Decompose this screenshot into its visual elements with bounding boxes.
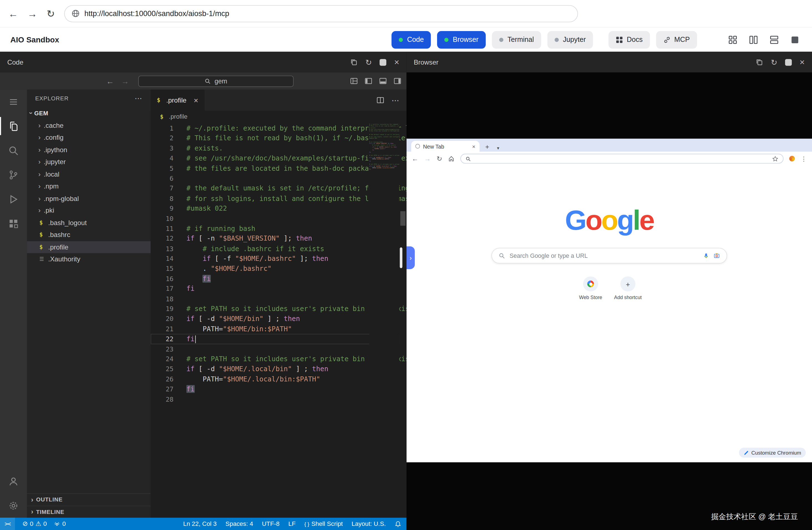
- explorer-root-folder[interactable]: › GEM: [27, 107, 150, 119]
- keyboard-layout[interactable]: Layout: U.S.: [352, 520, 386, 528]
- menu-icon[interactable]: [0, 90, 27, 114]
- forward-icon[interactable]: →: [27, 9, 37, 18]
- image-search-camera-icon[interactable]: [713, 253, 720, 259]
- editor-scrollbar[interactable]: [399, 122, 407, 518]
- editor-forward-icon[interactable]: →: [121, 76, 129, 85]
- home-icon[interactable]: [448, 155, 454, 162]
- maximize-icon[interactable]: [380, 59, 386, 65]
- shortcut-add-shortcut[interactable]: +Add shortcut: [611, 277, 645, 300]
- eol[interactable]: LF: [288, 520, 295, 528]
- language-mode[interactable]: { } Shell Script: [304, 520, 343, 528]
- command-center-search[interactable]: gem: [139, 75, 294, 87]
- run-debug-icon[interactable]: [0, 187, 27, 211]
- back-icon[interactable]: ←: [412, 155, 419, 162]
- explorer-folder-ipython[interactable]: ›.ipython: [27, 144, 150, 156]
- header-button-jupyter[interactable]: Jupyter: [548, 31, 593, 48]
- layout-single-button[interactable]: [788, 33, 802, 47]
- reload-icon[interactable]: ↻: [436, 155, 442, 162]
- ports-indicator[interactable]: 0: [54, 520, 66, 528]
- workspace-search-text: gem: [215, 77, 227, 85]
- timeline-section[interactable]: ›TIMELINE: [27, 505, 150, 517]
- tab-search-chevron-icon[interactable]: ▾: [497, 146, 499, 151]
- explorer-folder-jupyter[interactable]: ›.jupyter: [27, 156, 150, 168]
- explorer-folder-cache[interactable]: ›.cache: [27, 119, 150, 131]
- header-button-code[interactable]: Code: [392, 31, 431, 48]
- voice-search-mic-icon[interactable]: [703, 253, 709, 259]
- refresh-icon[interactable]: ↻: [365, 58, 372, 66]
- back-icon[interactable]: ←: [8, 9, 18, 18]
- customize-layout-icon[interactable]: [350, 77, 358, 85]
- remote-browser-viewport[interactable]: New Tab × + ▾ ← → ↻: [407, 72, 812, 530]
- explorer-file-bash_logout[interactable]: $.bash_logout: [27, 217, 150, 229]
- chromium-tabstrip: New Tab × + ▾: [407, 138, 812, 152]
- mcp-button[interactable]: MCP: [656, 31, 697, 48]
- code-line: 22fi: [150, 334, 399, 344]
- duplicate-icon[interactable]: [350, 58, 358, 66]
- indentation[interactable]: Spaces: 4: [226, 520, 253, 528]
- header-button-browser[interactable]: Browser: [437, 31, 486, 48]
- minimap[interactable]: # ~/.profile: executed by the command in…: [369, 122, 399, 518]
- omnibox[interactable]: [460, 154, 783, 164]
- forward-icon[interactable]: →: [424, 155, 431, 162]
- code-line: 17fi: [150, 284, 399, 294]
- explorer-file-Xauthority[interactable]: ☰.Xauthority: [27, 253, 150, 265]
- close-icon[interactable]: ×: [799, 58, 805, 67]
- editor-back-icon[interactable]: ←: [106, 76, 114, 85]
- encoding[interactable]: UTF-8: [262, 520, 279, 528]
- google-search-box[interactable]: Search Google or type a URL: [491, 248, 727, 264]
- reload-icon[interactable]: ↻: [47, 9, 55, 18]
- explorer-folder-npm[interactable]: ›.npm: [27, 180, 150, 192]
- extension-icon[interactable]: [789, 156, 795, 162]
- extensions-icon[interactable]: [0, 211, 27, 236]
- problems-indicator[interactable]: ⊘0 ⚠0: [23, 520, 47, 528]
- toggle-sidebar-right-icon[interactable]: [393, 77, 401, 85]
- outline-section[interactable]: ›OUTLINE: [27, 494, 150, 505]
- shortcut-web-store[interactable]: Web Store: [574, 277, 608, 300]
- breadcrumb[interactable]: $ .profile: [150, 111, 406, 122]
- maximize-icon[interactable]: [785, 59, 792, 65]
- chromium-tab[interactable]: New Tab ×: [411, 141, 479, 152]
- notifications-bell-icon[interactable]: [395, 520, 401, 527]
- remote-indicator[interactable]: ><: [0, 517, 15, 530]
- toggle-panel-icon[interactable]: [379, 77, 387, 85]
- search-view-icon[interactable]: [0, 138, 27, 163]
- mcp-label: MCP: [674, 36, 690, 44]
- chromium-menu-icon[interactable]: ⋮: [801, 155, 807, 162]
- docs-button[interactable]: Docs: [609, 31, 650, 48]
- settings-gear-icon[interactable]: [0, 494, 27, 518]
- layout-rows-button[interactable]: [767, 33, 781, 47]
- customize-chromium-button[interactable]: Customize Chromium: [739, 448, 806, 457]
- url-bar[interactable]: http://localhost:10000/sandbox/aiosb-1/m…: [64, 5, 578, 22]
- toggle-sidebar-left-icon[interactable]: [365, 77, 373, 85]
- explorer-file-profile[interactable]: $.profile: [27, 241, 150, 253]
- code-editor-area[interactable]: 1# ~/.profile: executed by the command i…: [150, 122, 406, 518]
- refresh-icon[interactable]: ↻: [771, 58, 777, 66]
- vscode-window: ← → gem: [0, 72, 407, 530]
- new-tab-button[interactable]: +: [485, 143, 489, 150]
- tab-profile[interactable]: $ .profile ×: [150, 90, 204, 111]
- shellscript-icon: $: [157, 97, 162, 103]
- source-control-icon[interactable]: [0, 162, 27, 187]
- explorer-folder-local[interactable]: ›.local: [27, 168, 150, 180]
- close-icon[interactable]: ×: [394, 58, 399, 67]
- split-editor-icon[interactable]: [377, 96, 385, 104]
- explorer-folder-pki[interactable]: ›.pki: [27, 205, 150, 217]
- explorer-file-bashrc[interactable]: $.bashrc: [27, 229, 150, 241]
- explorer-icon[interactable]: [0, 114, 27, 138]
- split-expand-handle[interactable]: ›: [407, 247, 415, 269]
- duplicate-icon[interactable]: [756, 58, 763, 66]
- tab-close-icon[interactable]: ×: [193, 95, 198, 104]
- explorer-folder-npmglobal[interactable]: ›.npm-global: [27, 192, 150, 205]
- layout-columns-button[interactable]: [747, 33, 760, 47]
- header-button-terminal[interactable]: Terminal: [492, 31, 541, 48]
- bookmark-star-icon[interactable]: [772, 156, 778, 162]
- cursor-position[interactable]: Ln 22, Col 3: [183, 520, 217, 528]
- status-bar: >< ⊘0 ⚠0 0 Ln 22, Col 3 Spaces: 4: [0, 517, 407, 530]
- explorer-folder-config[interactable]: ›.config: [27, 131, 150, 144]
- editor-more-icon[interactable]: ⋯: [392, 95, 399, 105]
- tab-close-icon[interactable]: ×: [472, 143, 475, 149]
- account-icon[interactable]: [0, 469, 27, 494]
- explorer-more-icon[interactable]: ⋯: [135, 94, 143, 103]
- split-drag-bar[interactable]: [400, 248, 402, 268]
- layout-grid-button[interactable]: [726, 33, 740, 47]
